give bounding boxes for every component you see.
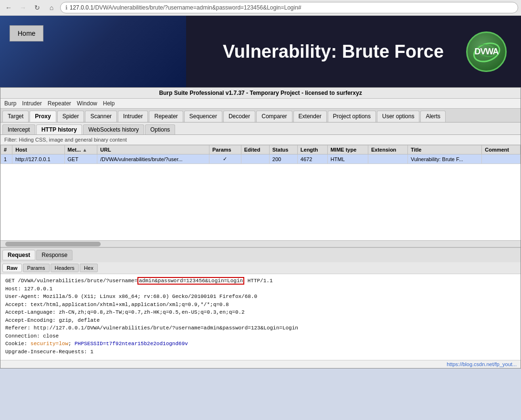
filter-text: Filter: Hiding CSS, image and general bi…: [4, 137, 127, 143]
history-table: # Host Met... ▲ URL Params Edited Status…: [0, 145, 521, 164]
subtab-websockets[interactable]: WebSockets history: [83, 124, 144, 134]
back-button[interactable]: ←: [3, 2, 14, 13]
col-comment[interactable]: Comment: [482, 145, 521, 154]
col-status[interactable]: Status: [269, 145, 297, 154]
page-content: Vulnerability: Brute Force DVWA: [186, 16, 521, 87]
request-line-10: Upgrade-Insecure-Requests: 1: [5, 348, 516, 356]
table-row[interactable]: 1 http://127.0.0.1 GET /DVWA/vulnerabili…: [1, 154, 521, 164]
col-title[interactable]: Title: [408, 145, 482, 154]
cell-edited: [241, 154, 269, 164]
filter-bar[interactable]: Filter: Hiding CSS, image and general bi…: [0, 135, 521, 145]
request-line-7: Referer: http://127.0.0.1/DVWA/vulnerabi…: [5, 324, 516, 332]
request-line-3: User-Agent: Mozilla/5.0 (X11; Linux x86_…: [5, 293, 516, 301]
raw-tab-hex[interactable]: Hex: [80, 264, 98, 272]
raw-tab-raw[interactable]: Raw: [2, 264, 22, 272]
request-line-6: Accept-Encoding: gzip, deflate: [5, 317, 516, 325]
main-tab-bar: Target Proxy Spider Scanner Intruder Rep…: [0, 109, 521, 123]
tab-alerts[interactable]: Alerts: [420, 111, 446, 122]
tab-extender[interactable]: Extender: [293, 111, 327, 122]
dvwa-logo: DVWA: [466, 31, 507, 72]
tab-target[interactable]: Target: [2, 111, 29, 122]
tab-spider[interactable]: Spider: [57, 111, 84, 122]
watermark-link: https://blog.csdn.net/fp_yout...: [447, 361, 517, 367]
browser-chrome: ← → ↻ ⌂ ℹ 127.0.0.1/DVWA/vulnerabilities…: [0, 0, 521, 16]
cell-length: 4672: [297, 154, 327, 164]
tab-sequencer[interactable]: Sequencer: [184, 111, 222, 122]
tab-comparer[interactable]: Comparer: [256, 111, 292, 122]
burp-title-bar: Burp Suite Professional v1.7.37 - Tempor…: [0, 88, 521, 99]
request-line-8: Connection: close: [5, 332, 516, 340]
h-scroll-thumb[interactable]: [5, 242, 101, 246]
cell-method: GET: [64, 154, 97, 164]
cell-title: Vulnerability: Brute F...: [408, 154, 482, 164]
cell-comment: [482, 154, 521, 164]
menu-window[interactable]: Window: [77, 100, 97, 107]
url-text: 127.0.0.1/DVWA/vulnerabilities/brute/?us…: [70, 4, 302, 11]
burp-window: Burp Suite Professional v1.7.37 - Tempor…: [0, 87, 521, 369]
menu-help[interactable]: Help: [103, 100, 115, 107]
col-host[interactable]: Host: [12, 145, 64, 154]
subtab-http-history[interactable]: HTTP history: [36, 124, 82, 134]
request-line-9: Cookie: security=low; PHPSESSID=t7f92nte…: [5, 340, 516, 348]
subtab-options[interactable]: Options: [145, 124, 175, 134]
cell-params: ✓: [209, 154, 241, 164]
tab-scanner[interactable]: Scanner: [85, 111, 117, 122]
request-body: GET /DVWA/vulnerabilities/brute/?usernam…: [0, 274, 521, 360]
request-line-1: GET /DVWA/vulnerabilities/brute/?usernam…: [5, 277, 516, 285]
tab-intruder[interactable]: Intruder: [118, 111, 148, 122]
page-display: Home Vulnerability: Brute Force DVWA: [0, 16, 521, 87]
col-method[interactable]: Met... ▲: [64, 145, 97, 154]
cookie-phpsessid: PHPSESSID=t7f92ntear15b2e2od1ognd69v: [74, 341, 188, 347]
h-scrollbar[interactable]: [0, 240, 521, 247]
menu-repeater[interactable]: Repeater: [48, 100, 71, 107]
col-extension[interactable]: Extension: [368, 145, 408, 154]
request-line-4: Accept: text/html,application/xhtml+xml,…: [5, 301, 516, 309]
request-line-2: Host: 127.0.0.1: [5, 285, 516, 293]
req-resp-tab-bar: Request Response: [0, 247, 521, 262]
cell-host: http://127.0.0.1: [12, 154, 64, 164]
tab-project-options[interactable]: Project options: [328, 111, 376, 122]
raw-tab-bar: Raw Params Headers Hex: [0, 262, 521, 274]
tab-proxy[interactable]: Proxy: [30, 111, 56, 122]
lock-icon: ℹ: [65, 4, 68, 11]
home-button[interactable]: Home: [10, 25, 43, 41]
cell-mime: HTML: [327, 154, 368, 164]
highlight-credentials: admin&password=123456&Login=Login: [137, 277, 244, 285]
reload-button[interactable]: ↻: [31, 2, 43, 13]
col-length[interactable]: Length: [297, 145, 327, 154]
raw-tab-params[interactable]: Params: [23, 264, 50, 272]
burp-menu-bar: Burp Intruder Repeater Window Help: [0, 99, 521, 109]
home-button[interactable]: ⌂: [46, 2, 57, 13]
menu-burp[interactable]: Burp: [4, 100, 16, 107]
table-container: # Host Met... ▲ URL Params Edited Status…: [0, 145, 521, 240]
cookie-security: security=low: [31, 341, 68, 347]
tab-response[interactable]: Response: [36, 250, 73, 260]
forward-button[interactable]: →: [17, 2, 29, 13]
tab-user-options[interactable]: User options: [377, 111, 419, 122]
vulnerability-title: Vulnerability: Brute Force: [200, 41, 466, 62]
raw-tab-headers[interactable]: Headers: [51, 264, 79, 272]
request-line-5: Accept-Language: zh-CN,zh;q=0.8,zh-TW;q=…: [5, 308, 516, 317]
col-num[interactable]: #: [1, 145, 12, 154]
col-params[interactable]: Params: [209, 145, 241, 154]
address-bar[interactable]: ℹ 127.0.0.1/DVWA/vulnerabilities/brute/?…: [60, 2, 518, 13]
cell-num: 1: [1, 154, 12, 164]
col-mime[interactable]: MIME type: [327, 145, 368, 154]
col-edited[interactable]: Edited: [241, 145, 269, 154]
cell-extension: [368, 154, 408, 164]
bottom-bar: https://blog.csdn.net/fp_yout...: [0, 360, 521, 368]
sub-tab-bar: Intercept HTTP history WebSockets histor…: [0, 123, 521, 135]
subtab-intercept[interactable]: Intercept: [2, 124, 35, 134]
cell-status: 200: [269, 154, 297, 164]
left-sidebar: Home: [0, 16, 186, 87]
tab-decoder[interactable]: Decoder: [223, 111, 255, 122]
tab-request[interactable]: Request: [2, 250, 35, 260]
col-url[interactable]: URL: [97, 145, 209, 154]
tab-repeater[interactable]: Repeater: [149, 111, 183, 122]
cell-url: /DVWA/vulnerabilities/brute/?user...: [97, 154, 209, 164]
menu-intruder[interactable]: Intruder: [22, 100, 42, 107]
